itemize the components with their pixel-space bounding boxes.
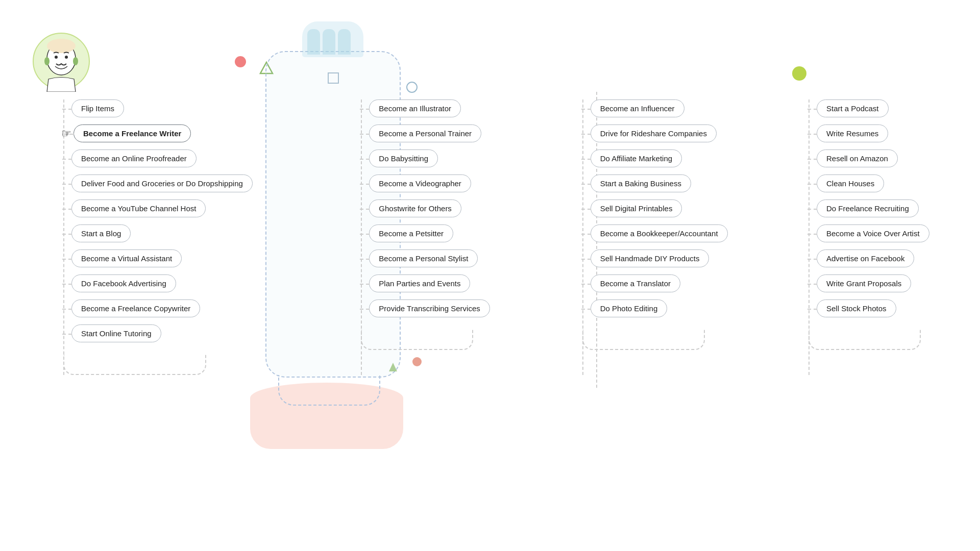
pill-bookkeeper[interactable]: Become a Bookkeeper/Accountant (591, 224, 728, 242)
list-item[interactable]: Start a Baking Business (591, 174, 691, 192)
pill-resell-amazon[interactable]: Resell on Amazon (817, 149, 898, 167)
list-item[interactable]: Become an Influencer (591, 99, 684, 117)
list-item[interactable]: Start a Podcast (817, 99, 889, 117)
pill-baking[interactable]: Start a Baking Business (591, 174, 691, 192)
pill-rideshare[interactable]: Drive for Rideshare Companies (591, 124, 717, 142)
pill-illustrator[interactable]: Become an Illustrator (369, 99, 461, 117)
list-item[interactable]: Flip Items (71, 99, 124, 117)
pill-facebook-advertising[interactable]: Do Facebook Advertising (71, 274, 176, 292)
pill-grant-proposals[interactable]: Write Grant Proposals (817, 274, 911, 292)
pill-youtube[interactable]: Become a YouTube Channel Host (71, 199, 206, 217)
pill-transcribing[interactable]: Provide Transcribing Services (369, 299, 489, 317)
list-item[interactable]: Do Babysitting (369, 149, 438, 167)
list-item[interactable]: Become a Freelance Copywriter (71, 299, 200, 317)
avatar (31, 31, 92, 92)
list-item[interactable]: Drive for Rideshare Companies (591, 124, 717, 142)
list-item[interactable]: Become a Virtual Assistant (71, 249, 182, 267)
list-item[interactable]: Provide Transcribing Services (369, 299, 489, 317)
pill-photo-editing[interactable]: Do Photo Editing (591, 299, 668, 317)
list-item[interactable]: Deliver Food and Groceries or Do Dropshi… (71, 174, 253, 192)
svg-point-6 (73, 57, 78, 65)
list-item[interactable]: Write Grant Proposals (817, 274, 911, 292)
hand-pointer-icon: ☞ (61, 127, 71, 140)
svg-point-5 (44, 57, 50, 65)
pill-online-tutoring[interactable]: Start Online Tutoring (71, 324, 161, 342)
decorative-outline-circle (406, 82, 418, 93)
list-item[interactable]: Become a Petsitter (369, 224, 453, 242)
svg-point-2 (47, 39, 76, 53)
pill-ghostwrite[interactable]: Ghostwrite for Others (369, 199, 461, 217)
column-2: Become an Illustrator Become a Personal … (354, 99, 512, 375)
pill-freelance-writer[interactable]: Become a Freelance Writer (74, 124, 191, 142)
list-item[interactable]: Become a Translator (591, 274, 680, 292)
pill-petsitter[interactable]: Become a Petsitter (369, 224, 453, 242)
column-4: Start a Podcast Write Resumes Resell on … (801, 99, 960, 375)
list-item[interactable]: Resell on Amazon (817, 149, 898, 167)
list-item[interactable]: Sell Handmade DIY Products (591, 249, 709, 267)
decorative-phone-bottom (278, 375, 380, 406)
pill-write-resumes[interactable]: Write Resumes (817, 124, 888, 142)
list-item[interactable]: Become a Videographer (369, 174, 471, 192)
list-item[interactable]: Start a Blog (71, 224, 131, 242)
list-item[interactable]: Write Resumes (817, 124, 888, 142)
list-item[interactable]: Clean Houses (817, 174, 884, 192)
pill-proofreader[interactable]: Become an Online Proofreader (71, 149, 197, 167)
pill-videographer[interactable]: Become a Videographer (369, 174, 471, 192)
list-item[interactable]: Become an Illustrator (369, 99, 461, 117)
pill-affiliate[interactable]: Do Affiliate Marketing (591, 149, 682, 167)
pill-plan-parties[interactable]: Plan Parties and Events (369, 274, 470, 292)
pill-virtual-assistant[interactable]: Become a Virtual Assistant (71, 249, 182, 267)
list-item[interactable]: ☞ Become a Freelance Writer (61, 124, 191, 142)
list-item[interactable]: Become a YouTube Channel Host (71, 199, 206, 217)
list-item[interactable]: Plan Parties and Events (369, 274, 470, 292)
pill-digital-printables[interactable]: Sell Digital Printables (591, 199, 682, 217)
pill-flip-items[interactable]: Flip Items (71, 99, 124, 117)
list-item[interactable]: Advertise on Facebook (817, 249, 914, 267)
list-item[interactable]: Become a Personal Stylist (369, 249, 478, 267)
main-container: Flip Items ☞ Become a Freelance Writer B… (0, 0, 980, 551)
svg-point-4 (65, 56, 68, 59)
pill-copywriter[interactable]: Become a Freelance Copywriter (71, 299, 200, 317)
list-item[interactable]: Do Affiliate Marketing (591, 149, 682, 167)
list-item[interactable]: Sell Stock Photos (817, 299, 896, 317)
list-item[interactable]: Do Facebook Advertising (71, 274, 176, 292)
pill-diy-products[interactable]: Sell Handmade DIY Products (591, 249, 709, 267)
list-item[interactable]: Become a Bookkeeper/Accountant (591, 224, 728, 242)
pill-deliver-food[interactable]: Deliver Food and Groceries or Do Dropshi… (71, 174, 253, 192)
list-item[interactable]: Ghostwrite for Others (369, 199, 461, 217)
svg-point-3 (55, 56, 58, 59)
pill-blog[interactable]: Start a Blog (71, 224, 131, 242)
pill-voice-over[interactable]: Become a Voice Over Artist (817, 224, 929, 242)
pill-podcast[interactable]: Start a Podcast (817, 99, 889, 117)
list-item[interactable]: Start Online Tutoring (71, 324, 161, 342)
decorative-red-circle (235, 56, 246, 67)
column-3: Become an Influencer Drive for Rideshare… (575, 99, 759, 375)
decorative-yellow-green-circle (792, 66, 806, 81)
pill-babysitting[interactable]: Do Babysitting (369, 149, 438, 167)
pill-personal-trainer[interactable]: Become a Personal Trainer (369, 124, 481, 142)
pill-freelance-recruiting[interactable]: Do Freelance Recruiting (817, 199, 919, 217)
list-item[interactable]: Sell Digital Printables (591, 199, 682, 217)
pill-stock-photos[interactable]: Sell Stock Photos (817, 299, 896, 317)
columns-wrapper: Flip Items ☞ Become a Freelance Writer B… (56, 99, 960, 375)
pill-clean-houses[interactable]: Clean Houses (817, 174, 884, 192)
pill-advertise-facebook[interactable]: Advertise on Facebook (817, 249, 914, 267)
list-item[interactable]: Become a Voice Over Artist (817, 224, 929, 242)
pill-personal-stylist[interactable]: Become a Personal Stylist (369, 249, 478, 267)
list-item[interactable]: Become a Personal Trainer (369, 124, 481, 142)
list-item[interactable]: Become an Online Proofreader (71, 149, 197, 167)
column-1: Flip Items ☞ Become a Freelance Writer B… (56, 99, 260, 375)
list-item[interactable]: Do Photo Editing (591, 299, 668, 317)
pill-influencer[interactable]: Become an Influencer (591, 99, 684, 117)
list-item[interactable]: Do Freelance Recruiting (817, 199, 919, 217)
pill-translator[interactable]: Become a Translator (591, 274, 680, 292)
